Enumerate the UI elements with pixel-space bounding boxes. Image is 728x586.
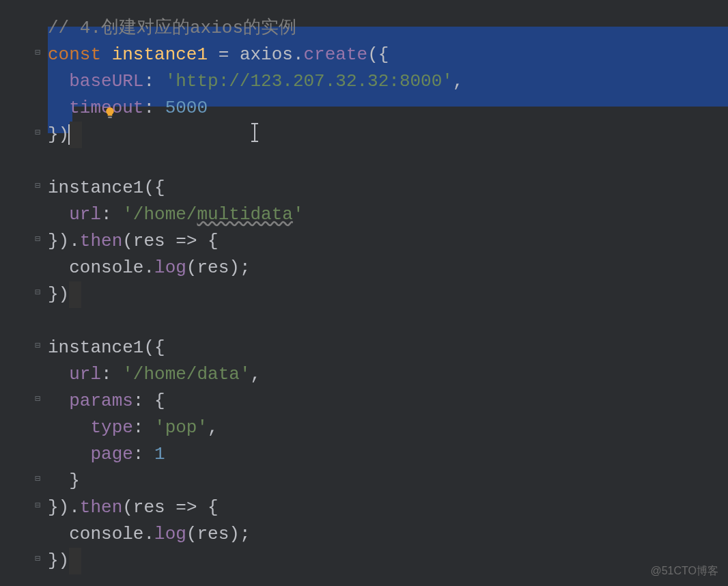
watermark-text: @51CTO博客 (650, 563, 718, 579)
fold-open-icon[interactable]: ⊟ (33, 48, 42, 57)
fold-close-icon[interactable]: ⊟ (33, 234, 42, 244)
code-line: type: 'pop', (48, 415, 728, 441)
code-line (48, 148, 728, 175)
code-line: instance1({ (48, 175, 728, 201)
code-line: instance1({ (48, 335, 728, 361)
code-line: }) (48, 548, 728, 574)
code-editor[interactable]: ⊟ ⊟ ⊟ ⊟ ⊟ ⊟ ⊟ ⊟ ⊟ ⊟ // 4.创建对应的axios的实例 c… (0, 0, 728, 586)
code-line: page: 1 (48, 441, 728, 468)
lightbulb-icon[interactable] (104, 101, 116, 113)
code-line: console.log(res); (48, 255, 728, 281)
fold-close-icon[interactable]: ⊟ (33, 128, 42, 137)
code-line: }).then(res => { (48, 494, 728, 521)
code-line: const instance1 = axios.create({ (48, 42, 728, 68)
fold-open-icon[interactable]: ⊟ (33, 341, 42, 350)
svg-rect-0 (108, 117, 112, 118)
fold-open-icon[interactable]: ⊟ (33, 181, 42, 191)
code-line (48, 308, 728, 335)
fold-close-icon[interactable]: ⊟ (33, 288, 42, 297)
fold-close-icon[interactable]: ⊟ (33, 501, 42, 510)
comment-text: // 4.创建对应的axios的实例 (48, 18, 296, 38)
text-cursor-icon (254, 123, 255, 142)
code-line: url: '/home/multidata' (48, 201, 728, 228)
code-content[interactable]: // 4.创建对应的axios的实例 const instance1 = axi… (48, 0, 728, 586)
code-line: url: '/home/data', (48, 361, 728, 388)
code-line: }) (48, 281, 728, 308)
code-line: timeout: 5000 (48, 95, 728, 122)
code-line: }).then(res => { (48, 228, 728, 255)
code-line: console.log(res); (48, 521, 728, 548)
code-line: }) (48, 122, 728, 148)
fold-close-icon[interactable]: ⊟ (33, 554, 42, 563)
code-line: // 4.创建对应的axios的实例 (48, 15, 728, 42)
fold-close-icon[interactable]: ⊟ (33, 474, 42, 484)
code-line: } (48, 468, 728, 494)
code-line: baseURL: 'http://123.207.32.32:8000', (48, 68, 728, 95)
fold-open-icon[interactable]: ⊟ (33, 394, 42, 404)
gutter: ⊟ ⊟ ⊟ ⊟ ⊟ ⊟ ⊟ ⊟ ⊟ ⊟ (0, 0, 48, 586)
code-line: params: { (48, 388, 728, 415)
